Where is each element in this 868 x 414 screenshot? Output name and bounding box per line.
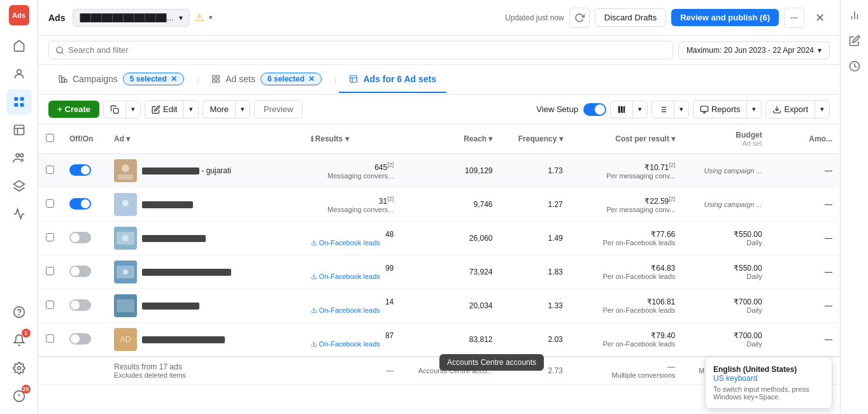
td-toggle-1 bbox=[62, 188, 106, 222]
row-toggle-2[interactable] bbox=[69, 232, 91, 243]
sidebar-item-campaigns[interactable] bbox=[6, 201, 32, 227]
discard-drafts-button[interactable]: Discard Drafts bbox=[595, 8, 666, 27]
search-input-wrap[interactable] bbox=[48, 41, 673, 59]
result-link-2[interactable]: On-Facebook leads bbox=[311, 239, 394, 246]
frequency-sort[interactable]: Frequency ▾ bbox=[518, 134, 563, 143]
warning-dropdown-icon[interactable]: ▾ bbox=[209, 13, 213, 22]
breakdowns-dropdown-button[interactable]: ▾ bbox=[674, 101, 689, 118]
sidebar-item-home[interactable] bbox=[6, 33, 32, 59]
ad-thumb-img-2 bbox=[114, 227, 137, 250]
edit-button[interactable]: Edit bbox=[145, 100, 183, 118]
sidebar-item-help[interactable] bbox=[6, 299, 32, 325]
tab-ads[interactable]: Ads for 6 Ad sets bbox=[339, 66, 446, 93]
svg-rect-36 bbox=[701, 106, 708, 111]
row-checkbox-3[interactable] bbox=[46, 267, 54, 275]
td-footer-label: Results from 17 ads Excludes deleted ite… bbox=[106, 357, 303, 385]
export-icon bbox=[772, 105, 781, 114]
td-ad-3 bbox=[106, 255, 303, 289]
sidebar-item-ads[interactable] bbox=[6, 89, 32, 115]
ad-thumb-img-3 bbox=[114, 261, 137, 283]
row-toggle-0[interactable] bbox=[69, 164, 91, 176]
reports-button[interactable]: Reports bbox=[693, 100, 747, 118]
sidebar-item-pages[interactable] bbox=[6, 117, 32, 143]
campaigns-badge-close[interactable]: ✕ bbox=[171, 75, 177, 83]
adsets-badge-close[interactable]: ✕ bbox=[308, 75, 315, 83]
keyboard-link[interactable]: US keyboard bbox=[713, 374, 824, 383]
reports-group: Reports ▾ bbox=[693, 100, 762, 118]
row-toggle-3[interactable] bbox=[69, 266, 91, 277]
breakdowns-button[interactable] bbox=[651, 101, 674, 118]
sidebar-item-settings[interactable] bbox=[6, 355, 32, 381]
export-button[interactable]: Export bbox=[765, 100, 815, 118]
td-toggle-4 bbox=[62, 289, 106, 323]
campaigns-icon bbox=[59, 75, 68, 83]
select-all-checkbox[interactable] bbox=[46, 134, 54, 142]
td-ad-5: AD bbox=[106, 323, 303, 357]
table-row: 31[2] Messaging convers... 9,746 1.27 ₹2… bbox=[38, 188, 840, 222]
toggle-sort[interactable]: Off/On bbox=[69, 134, 93, 143]
create-button[interactable]: + Create bbox=[48, 101, 99, 118]
column-dropdown-button[interactable]: ▾ bbox=[632, 101, 648, 118]
right-bar-stats[interactable] bbox=[844, 5, 865, 25]
close-button[interactable]: ✕ bbox=[809, 8, 830, 28]
preview-button[interactable]: Preview bbox=[254, 100, 302, 118]
ad-sort[interactable]: Ad ▾ bbox=[114, 134, 130, 143]
result-link-3[interactable]: On-Facebook leads bbox=[311, 273, 394, 280]
reports-dropdown-button[interactable]: ▾ bbox=[746, 100, 762, 118]
edit-dropdown-button[interactable]: ▾ bbox=[183, 100, 199, 118]
row-checkbox-4[interactable] bbox=[46, 301, 54, 309]
th-reach: Reach ▾ bbox=[401, 124, 500, 154]
svg-rect-2 bbox=[20, 97, 24, 101]
duplicate-dropdown-button[interactable]: ▾ bbox=[125, 101, 141, 118]
row-toggle-5[interactable] bbox=[69, 333, 91, 345]
account-dropdown[interactable]: ████████████████████████ ▾ bbox=[73, 9, 190, 27]
sidebar-item-profile[interactable] bbox=[6, 61, 32, 87]
refresh-button[interactable] bbox=[569, 8, 590, 28]
results-info-icon[interactable]: ℹ bbox=[311, 135, 313, 143]
row-toggle-4[interactable] bbox=[69, 299, 91, 311]
date-range-picker[interactable]: Maximum: 20 Jun 2023 - 22 Apr 2024 ▾ bbox=[678, 41, 830, 59]
tab-adsets[interactable]: Ad sets 6 selected ✕ bbox=[201, 65, 332, 94]
edit-icon bbox=[152, 105, 160, 114]
td-checkbox-5 bbox=[38, 323, 62, 357]
td-checkbox-1 bbox=[38, 188, 62, 222]
search-input[interactable] bbox=[68, 45, 666, 55]
right-bar-history[interactable] bbox=[844, 56, 865, 76]
export-dropdown-button[interactable]: ▾ bbox=[815, 100, 830, 118]
svg-rect-27 bbox=[618, 106, 620, 113]
more-button[interactable]: More bbox=[203, 100, 235, 118]
table-row: AD 87 bbox=[38, 323, 840, 357]
ad-name-5 bbox=[142, 335, 225, 344]
sidebar-item-debug[interactable]: 25 bbox=[6, 383, 32, 409]
sidebar-item-audiences[interactable] bbox=[6, 145, 32, 171]
view-setup-toggle[interactable] bbox=[583, 103, 606, 116]
row-checkbox-0[interactable] bbox=[46, 166, 54, 174]
result-link-5[interactable]: On-Facebook leads bbox=[311, 340, 394, 348]
svg-rect-19 bbox=[213, 76, 215, 78]
tab-campaigns[interactable]: Campaigns 5 selected ✕ bbox=[48, 65, 194, 94]
filter-tabs: Campaigns 5 selected ✕ | Ad sets 6 selec… bbox=[38, 65, 840, 95]
results-sort[interactable]: ℹ Results ▾ bbox=[311, 134, 349, 143]
result-link-4[interactable]: On-Facebook leads bbox=[311, 306, 394, 314]
more-options-button[interactable]: ··· bbox=[784, 8, 804, 28]
column-view-button[interactable] bbox=[610, 101, 632, 118]
duplicate-button[interactable] bbox=[103, 101, 125, 118]
review-publish-button[interactable]: Review and publish (6) bbox=[671, 9, 779, 26]
warning-icon[interactable]: ⚠ bbox=[195, 11, 204, 24]
svg-rect-23 bbox=[350, 76, 357, 83]
row-toggle-1[interactable] bbox=[69, 198, 91, 210]
search-bar: Maximum: 20 Jun 2023 - 22 Apr 2024 ▾ bbox=[38, 36, 840, 65]
row-checkbox-2[interactable] bbox=[46, 233, 54, 241]
reach-sort[interactable]: Reach ▾ bbox=[464, 134, 492, 143]
cost-sort[interactable]: Cost per result ▾ bbox=[615, 134, 675, 143]
row-checkbox-5[interactable] bbox=[46, 334, 54, 343]
more-dropdown-button[interactable]: ▾ bbox=[235, 100, 250, 118]
row-checkbox-1[interactable] bbox=[46, 199, 54, 208]
sidebar-item-notifications[interactable]: 1 bbox=[6, 327, 32, 353]
svg-rect-21 bbox=[217, 80, 219, 82]
right-bar-edit[interactable] bbox=[844, 31, 865, 51]
td-footer-checkbox bbox=[38, 357, 62, 385]
sidebar-item-layers[interactable] bbox=[6, 173, 32, 199]
history-icon bbox=[849, 61, 860, 72]
td-frequency-2: 1.49 bbox=[501, 222, 571, 255]
